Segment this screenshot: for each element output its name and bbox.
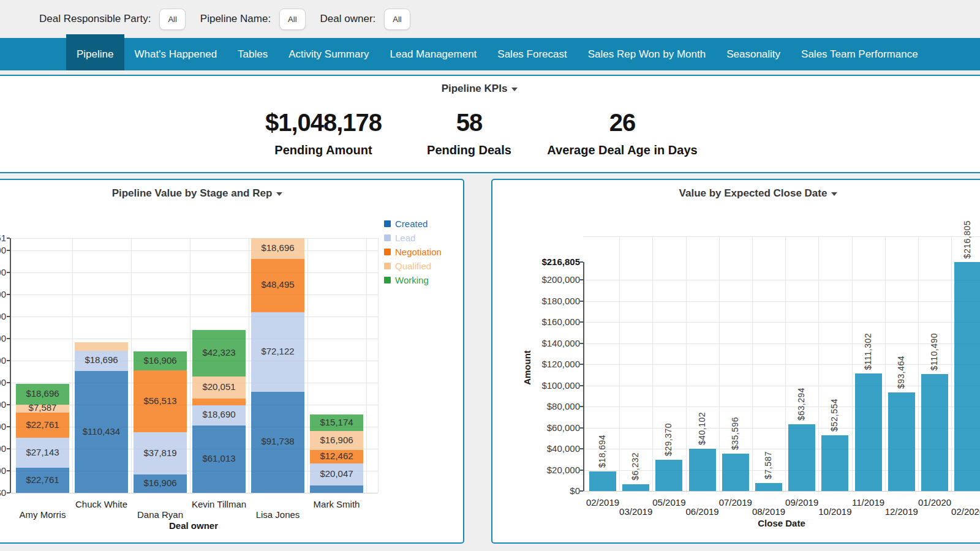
y-tick-label: $100,000: [0, 377, 6, 388]
segment-value-label: $37,819: [134, 448, 187, 458]
gridline-v: [619, 236, 620, 491]
segment-value-label: $18,696: [16, 388, 69, 399]
bar-12-2019[interactable]: [888, 392, 915, 491]
filter-label: Pipeline Name:: [200, 13, 271, 25]
filter-value-button[interactable]: All: [384, 9, 410, 30]
gridline-h: [583, 449, 980, 449]
y-axis-line: [583, 262, 584, 491]
bar-11-2019[interactable]: [855, 373, 882, 491]
x-category-label: Amy Morris: [3, 509, 83, 520]
gridline-h: [10, 294, 378, 295]
legend-swatch-icon: [384, 249, 391, 255]
y-tick-label: $180,000: [0, 289, 6, 299]
gridline-h: [583, 386, 980, 386]
legend-item-qualified[interactable]: Qualified: [384, 259, 442, 273]
bar-07-2019[interactable]: [722, 454, 749, 491]
bar-03-2019[interactable]: [622, 484, 649, 491]
gridline-v: [366, 238, 367, 493]
x-category-label: Chuck White: [62, 499, 141, 509]
kpi-pending-amount: $1,048,178 Pending Amount: [265, 109, 382, 157]
gridline-h: [10, 250, 378, 251]
x-category-label: Mark Smith: [297, 499, 377, 509]
bar-value-label: $216,805: [962, 220, 972, 258]
y-tick-label: $0: [0, 487, 6, 498]
gridline-h: [583, 407, 980, 407]
y-tick-label: $80,000: [528, 401, 580, 411]
filter-group-2: Deal owner:All: [320, 9, 410, 30]
bar-value-label: $18,694: [597, 435, 607, 468]
legend-label: Created: [395, 219, 428, 229]
segment-value-label: $16,906: [310, 435, 363, 445]
y-axis-line: [10, 238, 11, 493]
bar-09-2019[interactable]: [788, 424, 815, 491]
y-tick-label: $231,051: [0, 233, 6, 243]
right-xaxis-title: Close Date: [745, 518, 818, 528]
bar-08-2019[interactable]: [755, 483, 782, 491]
gridline-v: [190, 238, 190, 493]
segment-value-label: $20,047: [310, 468, 363, 479]
bar-value-label: $111,302: [863, 333, 873, 370]
gridline-v: [818, 236, 819, 491]
segment-value-label: $18,696: [75, 354, 128, 365]
legend-item-lead[interactable]: Lead: [384, 231, 442, 245]
gridline-h: [583, 470, 980, 471]
bar-01-2020[interactable]: [921, 374, 948, 491]
segment-value-label: $16,906: [134, 355, 187, 365]
gridline-h: [10, 272, 378, 273]
bar-segment-qualified[interactable]: [75, 342, 128, 351]
segment-value-label: $15,174: [310, 417, 363, 427]
segment-value-label: $22,761: [16, 474, 69, 485]
y-tick-label: $60,000: [0, 421, 6, 432]
bar-05-2019[interactable]: [655, 460, 682, 491]
segment-value-label: $48,495: [251, 279, 304, 290]
segment-value-label: $18,696: [251, 242, 304, 253]
kpi-label: Pending Amount: [265, 143, 382, 157]
y-tick-label: $20,000: [528, 465, 580, 475]
tab-activity-summary[interactable]: Activity Summary: [278, 38, 379, 70]
tab-pipeline[interactable]: Pipeline: [66, 34, 124, 70]
y-tick-label: $120,000: [0, 355, 6, 365]
bar-value-label: $7,587: [763, 451, 773, 479]
gridline-h: [583, 364, 980, 365]
bar-02-2020[interactable]: [954, 262, 980, 491]
segment-value-label: $110,434: [75, 426, 128, 437]
legend-item-working[interactable]: Working: [384, 273, 442, 287]
tab-what-s-happened[interactable]: What's Happened: [124, 38, 228, 70]
legend-item-negotiation[interactable]: Negotiation: [384, 245, 442, 259]
y-tick-label: $80,000: [0, 399, 6, 410]
gridline-v: [918, 236, 919, 491]
tab-sales-forecast[interactable]: Sales Forecast: [487, 38, 577, 70]
tab-seasonality[interactable]: Seasonality: [716, 38, 791, 70]
tab-sales-rep-won-by-month[interactable]: Sales Rep Won by Month: [578, 38, 716, 70]
filter-value-button[interactable]: All: [279, 9, 305, 30]
gridline-h: [583, 280, 980, 280]
filter-value-button[interactable]: All: [159, 9, 185, 30]
bar-value-label: $93,464: [896, 356, 906, 389]
tab-lead-management[interactable]: Lead Management: [380, 38, 488, 70]
segment-value-label: $18,690: [192, 409, 246, 419]
bar-segment-negotiation[interactable]: [192, 399, 246, 405]
gridline-h: [583, 322, 980, 323]
y-tick-label: $140,000: [0, 333, 6, 343]
gridline-v: [719, 236, 720, 491]
x-axis-line: [10, 493, 378, 493]
tab-sales-team-performance[interactable]: Sales Team Performance: [791, 38, 929, 70]
bar-value-label: $40,102: [697, 412, 707, 445]
gridline-v: [752, 236, 753, 491]
x-category-label: Dana Ryan: [121, 509, 200, 520]
segment-value-label: $91,738: [251, 436, 304, 446]
bar-segment-created[interactable]: [310, 485, 363, 493]
bar-02-2019[interactable]: [589, 471, 616, 491]
gridline-v: [885, 236, 886, 491]
bar-06-2019[interactable]: [689, 449, 716, 491]
gridline-v: [686, 236, 687, 491]
kpi-group-title[interactable]: Pipeline KPIs: [0, 83, 959, 95]
tab-tables[interactable]: Tables: [227, 38, 278, 70]
bar-10-2019[interactable]: [821, 435, 848, 491]
legend-label: Qualified: [395, 261, 431, 271]
bar-value-label: $110,490: [929, 333, 939, 370]
legend-swatch-icon: [384, 277, 391, 283]
kpi-group-title-text: Pipeline KPIs: [442, 83, 508, 94]
legend-item-created[interactable]: Created: [384, 217, 442, 231]
segment-value-label: $12,462: [310, 451, 363, 461]
